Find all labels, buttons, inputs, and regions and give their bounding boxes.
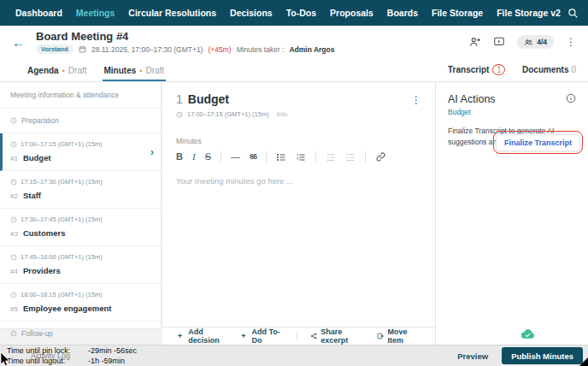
present-mode-icon[interactable] [493, 36, 505, 48]
link-icon[interactable] [375, 151, 386, 162]
nav-item-meetings[interactable]: Meetings [69, 8, 122, 18]
meeting-meta: Vorstand 28.11.2025, 17:00–17:30 (GMT+1)… [36, 44, 334, 54]
clock-icon [176, 111, 183, 118]
chevron-right-icon: › [150, 146, 154, 158]
info-circle-icon[interactable] [566, 93, 576, 103]
meeting-options-kebab-icon[interactable]: ⋮ [566, 36, 576, 48]
toolbar-divider [220, 151, 221, 162]
nav-item-dashboard[interactable]: Dashboard [9, 8, 69, 18]
clock-icon [10, 330, 17, 337]
finalize-transcript-button[interactable]: Finalize Transcript [496, 134, 580, 151]
sidebar-item-meeting-info[interactable]: Meeting information & attendance [0, 82, 161, 109]
attendees-icon [524, 38, 533, 47]
minutes-editor-panel: 1 Budget ⋮ 17:00–17:15 (GMT+1) (15m) Inf… [162, 82, 436, 345]
top-navbar: Dashboard Meetings Circular Resolutions … [0, 0, 588, 26]
italic-icon[interactable]: I [192, 152, 196, 162]
guest-access-icon[interactable] [469, 36, 481, 48]
clock-icon [10, 254, 17, 261]
tabs-row: Agenda • Draft Minutes • Draft Transcrip… [0, 58, 588, 82]
outdent-icon[interactable] [326, 152, 336, 162]
editor-actions-bar: Add decision Add To-Do Share excerpt Mov… [162, 327, 435, 345]
publish-minutes-button[interactable]: Publish Minutes [502, 347, 583, 364]
agenda-item-2[interactable]: 17:15–17:30 (GMT+1) (15m) #2 Staff [0, 171, 161, 209]
tabs-right: Transcript 1 Documents 0 [448, 64, 576, 81]
back-arrow-icon[interactable]: ← [12, 35, 25, 50]
agenda-item-time: 18:00–18:15 (GMT+1) (15m) [10, 291, 150, 298]
logout-timer-label: Time until logout: [7, 357, 88, 366]
editor-placeholder[interactable]: Your meeting minutes go here ... [176, 176, 421, 186]
tab-agenda[interactable]: Agenda • Draft [26, 66, 89, 81]
documents-label: Documents [522, 65, 568, 74]
minutes-section-label: Minutes [176, 137, 421, 145]
agenda-item-number: 1 [176, 92, 183, 106]
nav-item-file-storage-v2[interactable]: File Storage v2 [490, 8, 567, 18]
agenda-item-1[interactable]: 17:00–17:15 (GMT+1) (15m) #1 Budget › [0, 133, 161, 171]
transcript-label: Transcript [448, 65, 489, 74]
preview-button[interactable]: Preview [457, 351, 488, 361]
add-todo-button[interactable]: Add To-Do [241, 328, 284, 345]
clock-icon [10, 179, 17, 186]
blockquote-icon[interactable]: 66 [250, 153, 256, 161]
indent-icon[interactable] [345, 152, 356, 162]
tab-minutes-status: Draft [145, 66, 164, 75]
clock-icon [10, 292, 17, 298]
item-time: 17:00–17:15 (GMT+1) (15m) [187, 110, 269, 118]
horizontal-rule-icon[interactable]: — [231, 152, 240, 162]
bottom-bar: Activity Log Time until pin lock: -29min… [0, 345, 588, 366]
documents-count: 0 [571, 65, 576, 74]
add-decision-button[interactable]: Add decision [178, 328, 228, 345]
agenda-item-title: Budget [23, 153, 51, 162]
nav-item-boards[interactable]: Boards [380, 8, 425, 18]
toolbar-divider [365, 151, 366, 162]
move-item-button[interactable]: Move Item [377, 328, 420, 345]
agenda-item-number: #4 [10, 268, 18, 275]
transcript-link[interactable]: Transcript 1 [448, 64, 505, 75]
meeting-overtime: (+45m) [208, 45, 231, 54]
agenda-item-number: #5 [10, 305, 18, 313]
sidebar-item-followup[interactable]: Follow-up [0, 322, 161, 345]
search-icon[interactable] [567, 8, 579, 19]
preparation-label: Preparation [21, 116, 59, 125]
attendance-pill[interactable]: 4/4 [517, 35, 554, 49]
share-icon [310, 332, 318, 340]
agenda-item-5[interactable]: 18:00–18:15 (GMT+1) (15m) #5 Employee en… [0, 284, 161, 322]
clock-icon [10, 117, 17, 124]
agenda-item-time: 17:15–17:30 (GMT+1) (15m) [10, 178, 150, 186]
mouse-cursor [0, 352, 12, 366]
ai-context-item: Budget [448, 108, 576, 116]
move-icon [377, 332, 385, 340]
nav-item-circular-resolutions[interactable]: Circular Resolutions [121, 8, 223, 18]
bullet-list-icon[interactable] [276, 152, 286, 162]
corner-artifact [579, 357, 588, 366]
minutes-taker-label: Minutes taker : [237, 45, 285, 54]
share-excerpt-button[interactable]: Share excerpt [310, 328, 364, 345]
agenda-item-3[interactable]: 17:30–17:45 (GMT+1) (15m) #3 Customers [0, 209, 161, 246]
agenda-item-title: Employee engagement [23, 304, 111, 313]
documents-link[interactable]: Documents 0 [522, 65, 576, 74]
agenda-draft-dot: • [62, 67, 65, 75]
tab-minutes-label: Minutes [104, 66, 137, 75]
actions-divider [297, 331, 297, 341]
agenda-item-title: Customers [23, 228, 66, 238]
item-options-kebab-icon[interactable]: ⋮ [411, 94, 421, 106]
meeting-title: Board Meeting #4 [36, 30, 334, 43]
sidebar-item-preparation[interactable]: Preparation [0, 109, 161, 133]
attendance-count: 4/4 [537, 38, 547, 46]
calendar-icon [79, 45, 86, 53]
info-link[interactable]: Info [277, 110, 288, 118]
agenda-item-number: #1 [10, 155, 18, 162]
saved-cloud-check-icon [520, 328, 535, 339]
editor-toolbar: B I S — 66 [176, 151, 421, 162]
agenda-item-4[interactable]: 17:45–18:00 (GMT+1) (15m) #4 Providers [0, 246, 161, 284]
nav-item-proposals[interactable]: Proposals [323, 8, 380, 18]
annotation-rect-finalize-transcript: Finalize Transcript [493, 131, 583, 154]
nav-item-todos[interactable]: To-Dos [279, 8, 323, 18]
strikethrough-icon[interactable]: S [205, 152, 211, 162]
tab-minutes[interactable]: Minutes • Draft [103, 66, 167, 81]
nav-item-decisions[interactable]: Decisions [223, 8, 279, 18]
annotation-ellipse-transcript-count: 1 [492, 64, 505, 75]
ordered-list-icon[interactable] [296, 152, 306, 162]
nav-item-file-storage[interactable]: File Storage [425, 8, 490, 18]
meeting-title-block: Board Meeting #4 Vorstand 28.11.2025, 17… [36, 30, 334, 54]
bold-icon[interactable]: B [176, 152, 183, 162]
